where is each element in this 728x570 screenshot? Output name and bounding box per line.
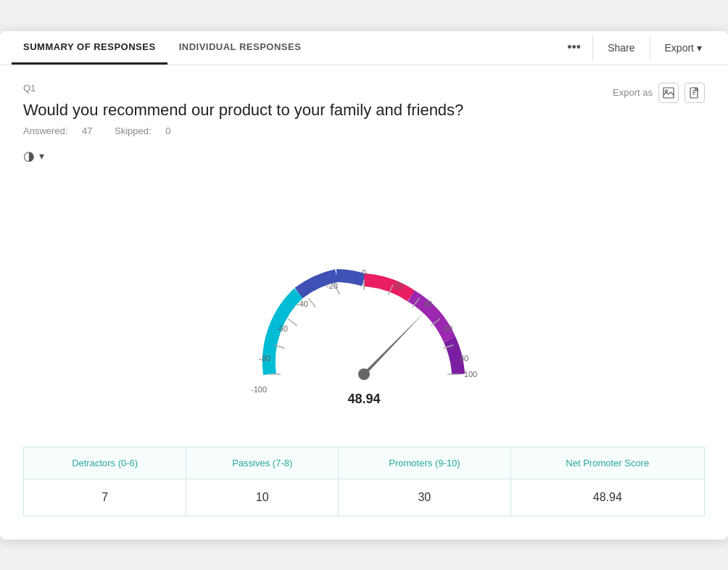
tab-summary[interactable]: SUMMARY OF RESPONSES bbox=[12, 31, 167, 65]
svg-text:100: 100 bbox=[464, 370, 477, 379]
svg-text:-60: -60 bbox=[276, 324, 288, 333]
val-nps: 48.94 bbox=[510, 479, 704, 516]
question-title: Would you recommend our product to your … bbox=[23, 101, 463, 120]
svg-line-14 bbox=[309, 298, 316, 307]
tab-actions: ••• Share Export ▾ bbox=[555, 34, 716, 61]
export-as-area: Export as bbox=[613, 83, 705, 103]
chart-type-selector[interactable]: ◑ ▾ bbox=[23, 148, 705, 164]
question-meta: Answered: 47 Skipped: 0 bbox=[23, 125, 463, 136]
svg-text:80: 80 bbox=[460, 354, 468, 363]
question-left: Q1 Would you recommend our product to yo… bbox=[23, 83, 463, 148]
gauge-chart: -100 -80 -60 -40 -20 0 bbox=[219, 186, 509, 418]
question-header-row: Q1 Would you recommend our product to yo… bbox=[23, 83, 705, 148]
val-passives: 10 bbox=[186, 479, 339, 516]
svg-line-12 bbox=[288, 318, 297, 326]
content-area: Q1 Would you recommend our product to yo… bbox=[0, 65, 728, 540]
export-pdf-button[interactable] bbox=[684, 83, 705, 103]
svg-text:-20: -20 bbox=[326, 281, 338, 290]
table-header-row: Detractors (0-6) Passives (7-8) Promoter… bbox=[24, 447, 705, 479]
skipped-label: Skipped: bbox=[115, 125, 152, 136]
stats-table: Detractors (0-6) Passives (7-8) Promoter… bbox=[23, 447, 705, 516]
gauge-container: -100 -80 -60 -40 -20 0 bbox=[23, 178, 705, 432]
export-button[interactable]: Export ▾ bbox=[650, 36, 716, 59]
svg-rect-0 bbox=[663, 88, 674, 98]
col-detractors: Detractors (0-6) bbox=[24, 447, 186, 479]
svg-point-31 bbox=[358, 368, 370, 380]
svg-text:0: 0 bbox=[362, 268, 366, 277]
svg-text:20: 20 bbox=[394, 281, 403, 290]
svg-text:60: 60 bbox=[444, 324, 452, 333]
table-data-row: 7 10 30 48.94 bbox=[24, 479, 705, 516]
export-image-button[interactable] bbox=[658, 83, 679, 103]
share-button[interactable]: Share bbox=[593, 36, 649, 59]
gauge-icon: ◑ bbox=[23, 148, 35, 164]
val-promoters: 30 bbox=[339, 479, 510, 516]
svg-text:40: 40 bbox=[423, 300, 432, 308]
main-window: SUMMARY OF RESPONSES INDIVIDUAL RESPONSE… bbox=[0, 31, 728, 540]
tab-bar: SUMMARY OF RESPONSES INDIVIDUAL RESPONSE… bbox=[0, 31, 728, 65]
tab-individual[interactable]: INDIVIDUAL RESPONSES bbox=[167, 31, 313, 65]
answered-value: 47 bbox=[82, 125, 92, 136]
export-as-label: Export as bbox=[613, 87, 653, 98]
svg-text:-80: -80 bbox=[259, 354, 270, 363]
answered-label: Answered: bbox=[23, 125, 67, 136]
col-passives: Passives (7-8) bbox=[186, 447, 339, 479]
more-options-button[interactable]: ••• bbox=[555, 34, 592, 61]
col-promoters: Promoters (9-10) bbox=[339, 447, 510, 479]
svg-text:-40: -40 bbox=[297, 300, 308, 308]
col-nps: Net Promoter Score bbox=[510, 447, 704, 479]
svg-text:-100: -100 bbox=[251, 385, 267, 394]
question-number: Q1 bbox=[23, 83, 463, 94]
val-detractors: 7 bbox=[24, 479, 186, 516]
skipped-value: 0 bbox=[165, 125, 170, 136]
chart-selector-chevron: ▾ bbox=[39, 150, 44, 162]
svg-text:48.94: 48.94 bbox=[347, 392, 380, 406]
